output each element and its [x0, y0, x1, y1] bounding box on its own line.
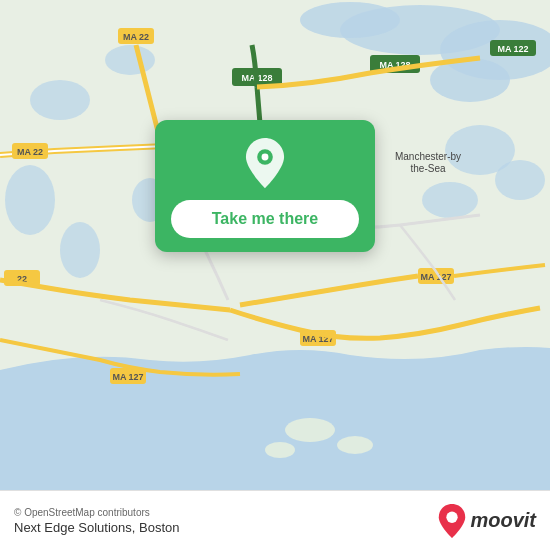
svg-point-11	[495, 160, 545, 200]
svg-text:the-Sea: the-Sea	[410, 163, 445, 174]
app-title: Next Edge Solutions, Boston	[14, 520, 180, 535]
moovit-pin-icon	[438, 504, 466, 538]
svg-point-13	[285, 418, 335, 442]
svg-point-3	[300, 2, 400, 38]
svg-point-37	[262, 154, 269, 161]
location-pin-icon	[239, 138, 291, 190]
moovit-logo: moovit	[438, 504, 536, 538]
moovit-brand-text: moovit	[470, 509, 536, 532]
bottom-bar: © OpenStreetMap contributors Next Edge S…	[0, 490, 550, 550]
bottom-left-info: © OpenStreetMap contributors Next Edge S…	[14, 507, 180, 535]
svg-point-8	[60, 222, 100, 278]
svg-text:MA 122: MA 122	[497, 44, 528, 54]
svg-point-12	[422, 182, 478, 218]
osm-credit: © OpenStreetMap contributors	[14, 507, 180, 518]
location-card[interactable]: Take me there	[155, 120, 375, 252]
svg-text:Manchester-by: Manchester-by	[395, 151, 461, 162]
map-container: MA 22 MA 22 MA 128 MA 128 MA 122 Manches…	[0, 0, 550, 490]
svg-text:MA 22: MA 22	[123, 32, 149, 42]
svg-text:MA 127: MA 127	[112, 372, 143, 382]
svg-point-15	[265, 442, 295, 458]
svg-point-38	[447, 511, 458, 522]
svg-text:MA 22: MA 22	[17, 147, 43, 157]
svg-point-7	[5, 165, 55, 235]
svg-point-5	[30, 80, 90, 120]
svg-point-6	[105, 45, 155, 75]
take-me-there-button[interactable]: Take me there	[171, 200, 359, 238]
svg-point-14	[337, 436, 373, 454]
